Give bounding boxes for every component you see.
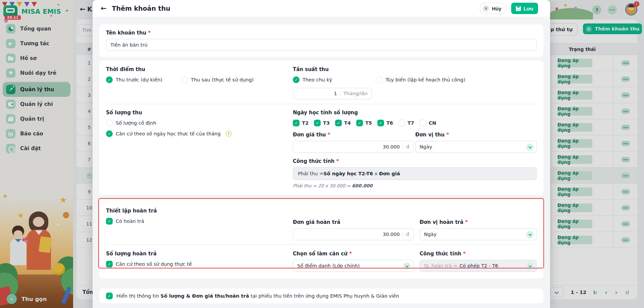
radio-unchecked-icon	[181, 76, 188, 83]
checkbox-checked-icon: ✓	[356, 120, 363, 126]
save-icon	[516, 6, 521, 11]
display-info-card: ✓ Hiển thị thông tin Số lượng & Đơn giá …	[99, 289, 543, 303]
fee-name-card: Tên khoản thu * Tiền ăn bán trú	[99, 24, 543, 57]
day-label: T4	[344, 120, 351, 126]
ledger-select[interactable]: Sổ điểm danh (Lớp chính)	[293, 260, 414, 272]
save-button[interactable]: Lưu	[511, 3, 538, 14]
refund-section-wrap: Thiết lập hoàn trả ✓ Có hoàn trả Đơn giá…	[99, 200, 543, 279]
checkbox-checked-icon: ✓	[314, 120, 321, 126]
refund-price-input[interactable]: 30.000 đ	[293, 228, 414, 240]
modal-title: Thêm khoản thu	[112, 5, 170, 12]
formula-display: Phải thu = Số ngày học T2-T6 x Đơn giá	[293, 167, 537, 180]
radio-checked-icon: ✓	[293, 76, 300, 83]
radio-so-luong-co-dinh[interactable]: Số lượng cố định	[106, 120, 293, 126]
checkbox-checked-icon: ✓	[377, 120, 384, 126]
checkbox-checked-icon[interactable]: ✓	[106, 293, 113, 299]
unit-price-input[interactable]: 30.000 đ	[293, 141, 414, 153]
refund-unit-label: Đơn vị hoàn trả *	[420, 219, 537, 225]
formula-example-note: Phải thu = 20 x 30.000 = 600.000	[293, 183, 537, 188]
day-checkbox[interactable]: ✓ T2	[293, 120, 309, 126]
timing-label: Thời điểm thu	[106, 66, 293, 72]
refund-settings-card: Thiết lập hoàn trả ✓ Có hoàn trả Đơn giá…	[99, 200, 543, 279]
modal-header: ← Thêm khoản thu ✕ Hủy Lưu	[93, 0, 550, 17]
school-days-label: Ngày học tính số lượng	[293, 110, 537, 116]
checkbox-can-cu-so-su-dung[interactable]: ✓ Căn cứ theo số sử dụng thực tế	[106, 261, 293, 267]
radio-can-cu-ngay-hoc[interactable]: ✓ Căn cứ theo số ngày học thực tế của th…	[106, 130, 293, 137]
cancel-button[interactable]: ✕ Hủy	[480, 3, 506, 14]
modal-body: Tên khoản thu * Tiền ăn bán trú Thời điể…	[93, 17, 550, 303]
display-info-text: Hiển thị thông tin Số lượng & Đơn giá th…	[116, 293, 399, 299]
day-label: CN	[429, 120, 436, 126]
radio-checked-icon: ✓	[106, 130, 113, 137]
checkbox-checked-icon: ✓	[293, 120, 300, 126]
chevron-down-icon	[526, 143, 534, 151]
checkbox-icon	[398, 120, 405, 126]
quantity-label: Số lượng thu	[106, 110, 293, 116]
day-label: T6	[386, 120, 393, 126]
radio-thu-truoc[interactable]: ✓ Thu trước (dự kiến)	[106, 76, 162, 83]
day-label: T5	[365, 120, 372, 126]
frequency-label: Tần suất thu	[293, 66, 537, 72]
day-checkbox[interactable]: ✓ T6	[377, 120, 393, 126]
school-days-checkboxes: ✓ T2 ✓ T3 ✓ T4 ✓ T5 ✓ T6 T7 CN	[293, 120, 537, 126]
unit-price-label: Đơn giá thu *	[293, 132, 414, 138]
fee-settings-card: Thời điểm thu ✓ Thu trước (dự kiến) Thu …	[99, 60, 543, 195]
radio-unchecked-icon	[106, 120, 113, 126]
checkbox-checked-icon: ✓	[106, 218, 113, 225]
day-checkbox[interactable]: ✓ T5	[356, 120, 372, 126]
radio-tuy-bien[interactable]: Tùy biến (lập kế hoạch thủ công)	[376, 76, 465, 83]
radio-unchecked-icon	[376, 76, 382, 83]
day-checkbox[interactable]: T7	[398, 120, 414, 126]
unit-select[interactable]: Ngày	[415, 141, 537, 153]
radio-thu-sau[interactable]: Thu sau (thực tế sử dụng)	[181, 76, 254, 83]
formula-label: Công thức tính *	[293, 158, 537, 164]
cycle-count-input[interactable]: 1 Tháng/lần	[293, 88, 372, 99]
screen: MISA EMIS 20-11 Tổng quan Tương tác Hồ s…	[0, 0, 644, 308]
warning-icon[interactable]: !	[226, 131, 232, 137]
modal-back-arrow-icon[interactable]: ←	[101, 4, 107, 12]
day-checkbox[interactable]: ✓ T3	[314, 120, 330, 126]
close-icon: ✕	[483, 5, 489, 12]
section-divider	[106, 104, 537, 104]
chevron-down-icon	[526, 262, 534, 270]
day-label: T2	[302, 120, 309, 126]
checkbox-icon	[420, 120, 426, 126]
chevron-down-icon	[526, 231, 534, 238]
radio-theo-chu-ky[interactable]: ✓ Theo chu kỳ	[293, 76, 332, 83]
section-divider	[106, 244, 537, 245]
refund-quantity-label: Số lượng hoàn trả	[106, 251, 293, 257]
day-checkbox[interactable]: CN	[420, 120, 436, 126]
chevron-down-icon	[403, 262, 411, 270]
checkbox-checked-icon: ✓	[106, 261, 113, 267]
fee-name-input[interactable]: Tiền ăn bán trú	[106, 39, 537, 51]
day-label: T3	[323, 120, 330, 126]
unit-label: Đơn vị thu *	[415, 132, 537, 138]
day-label: T7	[408, 120, 414, 126]
refund-formula-label: Công thức tính *	[420, 251, 537, 257]
fee-name-label: Tên khoản thu *	[106, 30, 537, 36]
ledger-label: Chọn sổ làm căn cứ *	[293, 251, 414, 257]
refund-formula-select[interactable]: SL hoàn trả = Có phép T2 - T6	[420, 260, 537, 272]
radio-checked-icon: ✓	[106, 76, 113, 83]
refund-section-label: Thiết lập hoàn trả	[106, 208, 293, 214]
day-checkbox[interactable]: ✓ T4	[335, 120, 351, 126]
checkbox-checked-icon: ✓	[335, 120, 342, 126]
refund-price-label: Đơn giá hoàn trả	[293, 219, 414, 225]
add-fee-modal: ← Thêm khoản thu ✕ Hủy Lưu Tên khoản thu…	[93, 0, 550, 308]
checkbox-co-hoan-tra[interactable]: ✓ Có hoàn trả	[106, 218, 293, 225]
refund-unit-select[interactable]: Ngày	[420, 228, 537, 240]
